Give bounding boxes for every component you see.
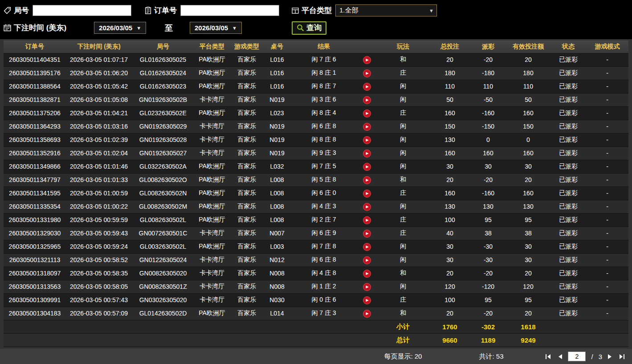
cell-status: 已派彩 <box>550 226 586 240</box>
table-row: 2603050013180972026-03-05 00:58:35GN0082… <box>4 267 628 280</box>
replay-icon[interactable]: ▶ <box>363 96 371 104</box>
cell-status: 已派彩 <box>550 120 586 133</box>
column-header: 玩法 <box>377 40 429 53</box>
replay-icon[interactable]: ▶ <box>363 69 371 77</box>
replay-icon[interactable]: ▶ <box>363 190 371 198</box>
total-pages: 3 <box>599 353 602 360</box>
replay-cell: ▶ <box>357 93 377 106</box>
cell-mode: - <box>586 200 628 213</box>
replay-icon[interactable]: ▶ <box>363 176 371 184</box>
replay-icon[interactable]: ▶ <box>363 283 371 291</box>
cell-platform: PA欧洲厅 <box>194 173 230 186</box>
cell-order_no: 260305011364293 <box>4 120 66 133</box>
cell-status: 已派彩 <box>550 240 586 253</box>
replay-icon[interactable]: ▶ <box>363 136 371 144</box>
table-row: 2603050013211132026-03-05 00:58:52GN0122… <box>4 253 628 267</box>
cell-table_no: L016 <box>264 80 290 93</box>
chevron-down-icon: ▼ <box>232 25 237 31</box>
replay-icon[interactable]: ▶ <box>363 163 371 171</box>
page-number-input[interactable] <box>568 352 586 361</box>
replay-icon[interactable]: ▶ <box>363 256 371 264</box>
replay-icon[interactable]: ▶ <box>363 310 371 318</box>
order-no-input[interactable] <box>180 5 279 16</box>
filter-bar: 局号 订单号 平台类型 1.全部 ▼ 下注时间 (美东) 2026/03/05 … <box>0 0 632 39</box>
cell-payout: 160 <box>470 146 506 160</box>
cell-status: 已派彩 <box>550 213 586 226</box>
cell-game_type: 百家乐 <box>230 66 264 80</box>
subtotal-payout: -302 <box>470 320 506 333</box>
table-row: 2603050114043512026-03-05 01:07:17GL0162… <box>4 53 628 66</box>
replay-cell: ▶ <box>357 120 377 133</box>
cell-payout: -180 <box>470 66 506 80</box>
cell-table_no: N008 <box>264 280 290 293</box>
cell-play: 和 <box>377 173 429 186</box>
cell-platform: 卡卡湾厅 <box>194 280 230 293</box>
cell-game_type: 百家乐 <box>230 280 264 293</box>
cell-valid_bet: 160 <box>506 186 550 200</box>
replay-icon[interactable]: ▶ <box>363 83 371 91</box>
cell-total_bet: 100 <box>429 213 470 226</box>
date-to-button[interactable]: 2026/03/05 ▼ <box>190 22 242 34</box>
cell-valid_bet: 160 <box>506 146 550 160</box>
replay-icon[interactable]: ▶ <box>363 270 371 278</box>
first-page-button[interactable] <box>544 353 552 360</box>
cell-game_type: 百家乐 <box>230 213 264 226</box>
cell-platform: PA欧洲厅 <box>194 66 230 80</box>
cell-bet_time: 2026-03-05 01:04:21 <box>66 106 132 120</box>
cell-payout: -150 <box>470 120 506 133</box>
cell-valid_bet: 20 <box>506 267 550 280</box>
replay-icon[interactable]: ▶ <box>363 203 371 211</box>
cell-total_bet: 20 <box>429 53 470 66</box>
cell-status: 已派彩 <box>550 66 586 80</box>
cell-play: 和 <box>377 307 429 320</box>
cell-platform: PA欧洲厅 <box>194 53 230 66</box>
cell-mode: - <box>586 80 628 93</box>
cell-payout: -20 <box>470 267 506 280</box>
next-page-button[interactable] <box>607 353 613 360</box>
replay-icon[interactable]: ▶ <box>363 216 371 224</box>
platform-type-select[interactable]: 1.全部 ▼ <box>335 4 437 16</box>
cell-valid_bet: 180 <box>506 66 550 80</box>
replay-icon[interactable]: ▶ <box>363 243 371 251</box>
replay-icon[interactable]: ▶ <box>363 56 371 64</box>
search-button-label: 查询 <box>306 23 322 33</box>
search-button[interactable]: 查询 <box>292 21 326 35</box>
column-header: 下注时间 (美东) <box>66 40 132 53</box>
cell-payout: 95 <box>470 213 506 226</box>
table-row: 2603050113477972026-03-05 01:01:33GL0082… <box>4 173 628 186</box>
cell-valid_bet: 95 <box>506 293 550 307</box>
cell-mode: - <box>586 280 628 293</box>
column-header: 状态 <box>550 40 586 53</box>
cell-order_no: 260305011347797 <box>4 173 66 186</box>
replay-icon[interactable]: ▶ <box>363 109 371 117</box>
round-no-input[interactable] <box>33 5 131 16</box>
prev-page-icon <box>558 354 563 360</box>
per-page-label: 每页显示: <box>384 352 412 360</box>
cell-game_type: 百家乐 <box>230 226 264 240</box>
cell-game_type: 百家乐 <box>230 133 264 146</box>
cell-round_no: GN01926305028 <box>132 133 194 146</box>
cell-platform: PA欧洲厅 <box>194 307 230 320</box>
replay-icon[interactable]: ▶ <box>363 123 371 131</box>
cell-order_no: 260305011335354 <box>4 200 66 213</box>
cell-platform: PA欧洲厅 <box>194 200 230 213</box>
cell-round_no: GL0322630502A <box>132 160 194 173</box>
replay-icon[interactable]: ▶ <box>363 296 371 304</box>
cell-game_type: 百家乐 <box>230 80 264 93</box>
cell-result: 闲 9 庄 3 <box>290 146 357 160</box>
cell-status: 已派彩 <box>550 200 586 213</box>
prev-page-button[interactable] <box>557 353 563 360</box>
cell-valid_bet: 30 <box>506 160 550 173</box>
cell-mode: - <box>586 173 628 186</box>
cell-bet_time: 2026-03-05 00:59:59 <box>66 213 132 226</box>
replay-icon[interactable]: ▶ <box>363 230 371 238</box>
filter-row-1: 局号 订单号 平台类型 1.全部 ▼ <box>4 3 628 18</box>
cell-order_no: 260305001304183 <box>4 307 66 320</box>
date-from-button[interactable]: 2026/03/05 ▼ <box>94 22 146 34</box>
replay-icon[interactable]: ▶ <box>363 150 371 158</box>
cell-order_no: 260305011352916 <box>4 146 66 160</box>
cell-play: 庄 <box>377 226 429 240</box>
per-page-value: 20 <box>415 352 422 360</box>
cell-result: 闲 6 庄 0 <box>290 186 357 200</box>
last-page-button[interactable] <box>618 353 626 360</box>
